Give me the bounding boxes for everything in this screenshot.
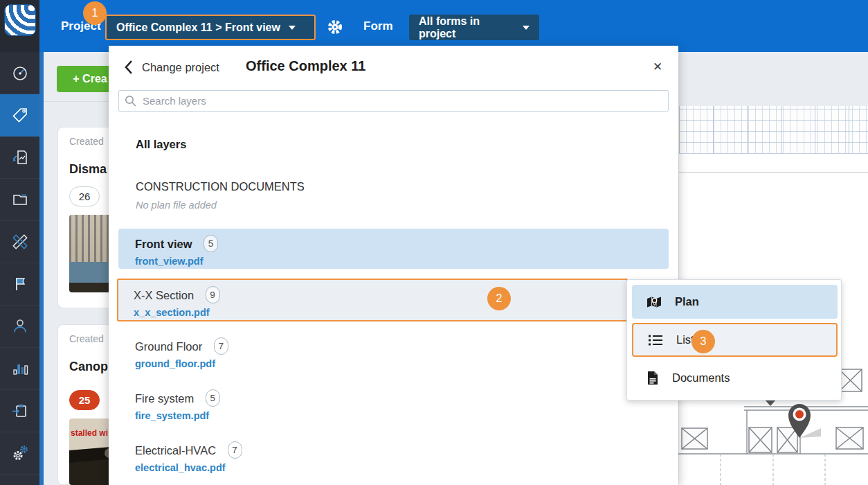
sidebar-item-reports[interactable] <box>0 348 39 390</box>
menu-item-documents[interactable]: Documents <box>632 361 838 395</box>
layer-file-link[interactable]: fire_system.pdf <box>135 410 652 421</box>
chevron-left-icon <box>124 60 134 75</box>
sidebar-item-dashboard[interactable] <box>0 52 39 94</box>
app-window: Project Office Complex 11 > Front view F… <box>0 0 868 485</box>
layer-row-fire-system[interactable]: Fire system 5 fire_system.pdf <box>118 383 669 423</box>
step-badge-2: 2 <box>487 287 511 310</box>
chevron-down-icon <box>523 26 530 30</box>
project-selector-value: Office Complex 11 > Front view <box>116 21 280 34</box>
search-input[interactable] <box>118 90 669 112</box>
flag-icon <box>11 275 29 293</box>
list-icon <box>648 334 663 346</box>
folder-icon <box>11 191 29 209</box>
project-selector-dropdown[interactable]: Office Complex 11 > Front view <box>105 15 316 40</box>
map-pin-icon <box>647 296 662 308</box>
layer-name: X-X Section <box>134 289 194 301</box>
task-document-icon <box>11 148 29 166</box>
clipboard-export-icon <box>11 402 29 420</box>
sidebar-item-measurements[interactable] <box>0 221 39 263</box>
divider <box>679 172 868 173</box>
sidebar-item-people[interactable] <box>0 306 39 348</box>
ruler-pencil-icon <box>11 233 29 251</box>
layer-count-badge: 7 <box>228 441 242 459</box>
count-pill-red: 25 <box>69 390 100 410</box>
step-badge-3: 3 <box>691 330 715 353</box>
layer-count-badge: 9 <box>206 286 220 303</box>
forms-selector-dropdown[interactable]: All forms in project <box>409 15 539 40</box>
layer-count-badge: 5 <box>206 389 220 407</box>
layer-context-menu: Plan List Documents <box>626 279 842 400</box>
gear-icon[interactable] <box>326 18 344 36</box>
sidebar-active-rail <box>39 52 44 485</box>
form-label: Form <box>363 19 393 33</box>
change-project-button[interactable]: Change project <box>124 60 219 75</box>
layer-name: Electrical-HVAC <box>135 444 216 457</box>
sidebar-item-forms[interactable] <box>0 390 39 432</box>
photo-annotation-text: stalled wi <box>71 428 108 438</box>
map-pin-marker[interactable] <box>781 396 824 445</box>
layer-file-link[interactable]: electrical_hvac.pdf <box>135 462 652 473</box>
search-icon <box>125 95 136 107</box>
count-pill: 26 <box>69 186 100 206</box>
menu-item-label: Documents <box>672 371 730 385</box>
forms-selector-value: All forms in project <box>419 15 514 40</box>
layer-count-badge: 7 <box>214 337 228 355</box>
change-project-label: Change project <box>142 61 219 74</box>
person-icon <box>11 317 29 335</box>
section-note: No plan file added <box>136 200 217 211</box>
plan-grid-band <box>679 106 868 154</box>
layer-count-badge: 5 <box>204 235 218 252</box>
layer-file-link[interactable]: ground_floor.pdf <box>135 358 652 369</box>
document-icon <box>647 371 659 385</box>
sidebar-item-settings[interactable] <box>0 432 39 475</box>
layer-name: Fire system <box>135 392 194 405</box>
close-icon[interactable]: ✕ <box>653 60 662 74</box>
gauge-icon <box>11 64 29 82</box>
layer-name: Ground Floor <box>135 340 202 353</box>
bar-chart-icon <box>11 360 29 378</box>
sidebar-item-milestones[interactable] <box>0 263 39 306</box>
panel-title: Office Complex 11 <box>246 58 365 74</box>
all-layers-item[interactable]: All layers <box>136 138 186 151</box>
sidebar-item-tags[interactable] <box>0 94 39 136</box>
layers-panel: Change project Office Complex 11 ✕ All l… <box>109 46 678 485</box>
sidebar-item-files[interactable] <box>0 179 39 221</box>
logo-block <box>0 0 39 52</box>
app-logo[interactable] <box>4 4 36 36</box>
tag-icon <box>11 106 29 124</box>
layer-name: Front view <box>135 238 192 251</box>
step-badge-1: 1 <box>83 1 107 25</box>
sidebar-item-tasks[interactable] <box>0 136 39 179</box>
menu-item-list[interactable]: List <box>632 323 838 357</box>
create-button-label: + Crea <box>73 73 107 85</box>
gears-icon <box>11 444 29 462</box>
layer-row-electrical-hvac[interactable]: Electrical-HVAC 7 electrical_hvac.pdf <box>118 435 669 475</box>
left-sidebar <box>0 52 39 485</box>
layer-file-link[interactable]: front_view.pdf <box>135 256 652 267</box>
top-header: Project Office Complex 11 > Front view F… <box>0 0 868 52</box>
menu-item-label: Plan <box>675 295 699 308</box>
menu-item-plan[interactable]: Plan <box>632 285 838 319</box>
layer-row-ground-floor[interactable]: Ground Floor 7 ground_floor.pdf <box>118 331 669 371</box>
section-name: CONSTRUCTION DOCUMENTS <box>136 180 305 193</box>
chevron-down-icon <box>289 26 296 30</box>
layer-row-front-view[interactable]: Front view 5 front_view.pdf <box>118 229 669 269</box>
layer-file-link[interactable]: x_x_section.pdf <box>134 307 611 318</box>
layer-row-xx-section[interactable]: X-X Section 9 x_x_section.pdf <box>117 279 628 321</box>
